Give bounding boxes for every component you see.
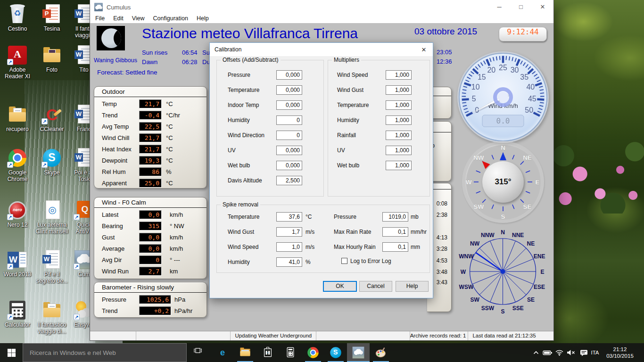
row-label: Bearing	[102, 222, 123, 230]
spike-max-hourly-rain-input[interactable]: 0,1	[382, 242, 408, 252]
start-button[interactable]	[0, 343, 23, 362]
dialog-titlebar[interactable]: Calibration ✕	[210, 43, 433, 56]
offset-wet-bulb-input[interactable]: 0,000	[276, 161, 302, 170]
spike-wind-gust-input[interactable]: 1,7	[276, 227, 302, 237]
unit-label: °C	[305, 214, 312, 220]
offsets-group: Offsets (Add/Subtract) Pressure0,000Temp…	[216, 60, 324, 197]
multiplier-wet-bulb-input[interactable]: 1,000	[386, 161, 412, 170]
language-indicator[interactable]: ITA	[589, 343, 601, 362]
battery-icon[interactable]	[541, 343, 553, 362]
desktop-icon-word-2013[interactable]: Word 2013	[0, 249, 34, 278]
outdoor-avg-temp-value: 22,5	[139, 122, 162, 131]
clipped-sun-value: 23:05	[437, 49, 452, 56]
shortcut-arrow-icon	[7, 162, 13, 168]
offset-davis-altitude-input[interactable]: 2,500	[276, 176, 302, 185]
offset-humidity-input[interactable]: 0	[276, 115, 302, 125]
taskbar-app-chrome[interactable]	[302, 343, 324, 362]
svg-text:N: N	[501, 229, 505, 236]
desktop-icon-google-chrome[interactable]: GoogleChrome	[0, 148, 34, 182]
log-to-error-log-checkbox[interactable]	[341, 258, 347, 264]
offsets-group-title: Offsets (Add/Subtract)	[221, 57, 281, 63]
desktop-icon-recupero[interactable]: recupero	[0, 104, 34, 132]
row-label: Average	[102, 245, 124, 252]
multiplier-wind-gust-input[interactable]: 1,000	[386, 85, 412, 95]
spike-max-hourly-rain-label: Max Hourly Rain	[334, 244, 376, 250]
offset-temperature-input[interactable]: 0,000	[276, 85, 302, 95]
tray-clock[interactable]: 21:12 03/10/2015	[600, 343, 640, 362]
taskbar-app-cumulus[interactable]	[347, 343, 370, 362]
tray-chevron-icon[interactable]	[531, 343, 541, 362]
taskbar-app-skype[interactable]	[324, 343, 347, 362]
cancel-button[interactable]: Cancel	[359, 281, 392, 292]
forecast-text: Forecast: Settled fine	[97, 69, 157, 76]
search-placeholder: Ricerca in Windows e nel Web	[30, 349, 116, 356]
spike-max-rain-rate-input[interactable]: 0,1	[382, 227, 408, 237]
multiplier-uv-input[interactable]: 1,000	[386, 146, 412, 155]
dialog-close-icon[interactable]: ✕	[420, 46, 428, 54]
skype-icon	[329, 346, 342, 359]
spike-wind-speed-input[interactable]: 1,0	[276, 242, 302, 252]
row-label: Avg Temp	[102, 123, 129, 130]
taskbar-app-edge[interactable]	[211, 343, 234, 362]
help-button[interactable]: Help	[396, 281, 429, 292]
menu-item-edit[interactable]: Edit	[109, 14, 128, 23]
desktop-icon-lux-aeterna[interactable]: Lux aeternaClint mansell	[35, 200, 69, 235]
menu-item-configuration[interactable]: Configuration	[149, 14, 192, 23]
spike-pressure-input[interactable]: 1019,0	[382, 212, 408, 222]
maximize-icon[interactable]: □	[510, 0, 532, 14]
menu-item-view[interactable]: View	[128, 14, 149, 23]
desktop-icon-skype[interactable]: Skype	[35, 148, 69, 176]
offset-indoor-temp-input[interactable]: 0,000	[276, 100, 302, 110]
ok-button[interactable]: OK	[323, 281, 357, 292]
calc-icon	[7, 300, 28, 321]
desktop-icon-foto[interactable]: Foto	[35, 45, 69, 73]
minimize-icon[interactable]: ─	[488, 0, 510, 14]
multiplier-humidity-input[interactable]: 1,000	[386, 115, 412, 125]
menu-item-file[interactable]: File	[91, 14, 109, 23]
svg-text:SSE: SSE	[512, 305, 524, 312]
offset-wind-direction-input[interactable]: 0	[276, 131, 302, 140]
spike-temperature-input[interactable]: 37,6	[276, 212, 302, 222]
clock-display[interactable]: 9:12:44	[499, 27, 547, 41]
offset-uv-input[interactable]: 0,000	[276, 146, 302, 155]
outdoor-row-heat-index: Heat Index21,7°C	[94, 144, 206, 156]
svg-text:35: 35	[520, 73, 528, 81]
multiplier-wind-speed-label: Wind Speed	[337, 72, 368, 78]
desktop-icon-label: Tesina	[35, 25, 69, 32]
clipped-sun-label: Su	[202, 49, 210, 56]
multiplier-rainfall-input[interactable]: 1,000	[386, 131, 412, 140]
row-unit: °C	[166, 134, 173, 141]
search-input[interactable]: Ricerca in Windows e nel Web	[23, 343, 187, 362]
doc-media-icon	[41, 200, 62, 221]
notification-icon[interactable]	[578, 343, 589, 362]
wind-wind-run-value: 2,7	[139, 267, 162, 276]
desktop-icon-label: CCleaner	[35, 126, 69, 132]
volume-muted-icon[interactable]	[565, 343, 577, 362]
desktop-icon-nero-12[interactable]: Nero 12	[0, 200, 34, 228]
window-titlebar[interactable]: Cumulus ─ □ ✕	[90, 0, 553, 14]
taskbar-app-calculator[interactable]	[279, 343, 302, 362]
spike-humidity-input[interactable]: 41,0	[276, 257, 302, 267]
shortcut-arrow-icon	[7, 314, 13, 320]
row-label: Trend	[102, 112, 117, 119]
desktop-icon-calculator[interactable]: Calculator	[0, 300, 34, 328]
desktop-icon-cestino[interactable]: Cestino	[0, 4, 34, 32]
taskbar-app-paint[interactable]	[370, 343, 392, 362]
desktop-icon-adobe-reader-xi[interactable]: AdobeReader XI	[0, 45, 34, 80]
multiplier-temperature-input[interactable]: 1,000	[386, 100, 412, 110]
menu-item-help[interactable]: Help	[192, 14, 213, 23]
desktop-icon-il-fantastico-viaggio-folder[interactable]: Il fantasticoviaggio di...	[35, 300, 69, 335]
desktop-icon-tesina[interactable]: Tesina	[35, 4, 69, 32]
svg-text:20: 20	[487, 66, 495, 74]
wifi-icon[interactable]	[553, 343, 565, 362]
multiplier-wind-speed-input[interactable]: 1,000	[386, 70, 412, 80]
desktop-icon-pif-e-il-segreto[interactable]: Pif e ilsegreto de...	[35, 249, 69, 284]
taskbar-app-task-view[interactable]	[189, 343, 211, 362]
unit-label: %	[305, 259, 311, 265]
taskbar-app-file-explorer[interactable]	[234, 343, 256, 362]
taskbar-app-store[interactable]	[256, 343, 279, 362]
close-icon[interactable]: ✕	[532, 0, 553, 14]
desktop-icon-ccleaner[interactable]: CCleaner	[35, 104, 69, 132]
offset-pressure-input[interactable]: 0,000	[276, 70, 302, 80]
shortcut-arrow-icon	[7, 59, 13, 65]
